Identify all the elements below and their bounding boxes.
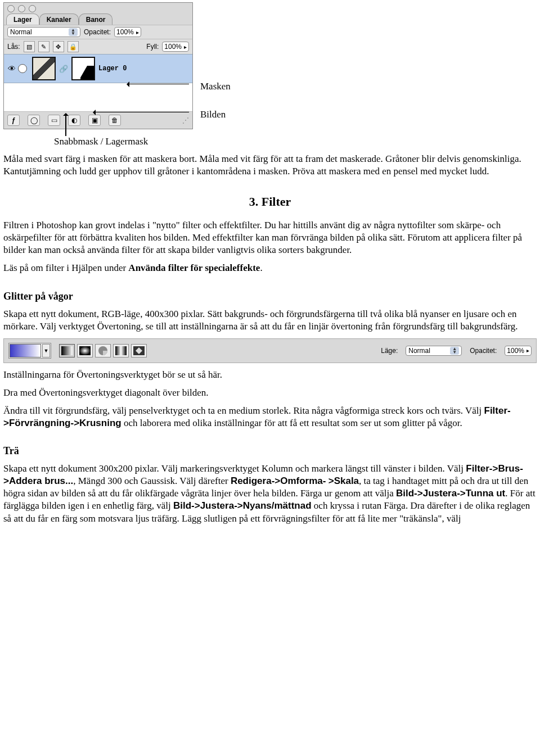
layers-panel: Lager Kanaler Banor Normal ▲▼ Opacitet: … [3,2,193,129]
lock-paint-icon[interactable]: ✎ [38,41,50,52]
body-paragraph: Skapa ett nytt dokument 300x200 pixlar. … [3,463,537,524]
body-paragraph: Måla med svart färg i masken för att mas… [3,153,537,178]
text-run: Läs på om filter i Hjälpen under [3,262,128,273]
fx-icon[interactable]: ƒ [7,115,20,126]
blend-mode-dropdown[interactable]: Normal ▲▼ [7,27,80,37]
gradient-angle-icon[interactable] [95,344,111,357]
text-run: , Mängd 300 och Gaussisk. Välj därefter [73,476,231,486]
body-paragraph: Inställningarna för Övertoningsverktyget… [3,369,537,381]
fill-label: Fyll: [146,43,159,51]
annotation-quickmask: Snabbmask / Lagermask [54,136,195,147]
lock-label: Lås: [7,43,20,51]
menu-path: Bild->Justera->Tunna ut [396,488,505,499]
blend-mode-value: Normal [10,28,32,36]
new-group-icon[interactable]: ▭ [48,115,60,126]
text-bold: Använda filter för specialeffekte [128,262,260,273]
layers-empty-area [4,83,192,111]
gradient-radial-icon[interactable] [77,344,93,357]
gradient-reflected-icon[interactable] [113,344,129,357]
subheading-glitter: Glitter på vågor [3,291,537,302]
menu-path: Bild->Justera->Nyans/mättnad [173,500,312,511]
gradient-type-group [59,344,147,357]
gradient-linear-icon[interactable] [59,344,75,357]
grad-opacity-label: Opacitet: [470,347,497,355]
gradient-picker-dropdown[interactable]: ▼ [42,344,50,357]
gradient-options-bar: ▼ Läge: Normal ▲▼ Opacitet: [3,338,537,363]
body-paragraph: Skapa ett nytt dokument, RGB-läge, 400x3… [3,308,537,333]
grad-mode-value: Normal [408,347,430,355]
text-run: . [260,262,262,273]
visibility-eye-icon[interactable]: 👁 [8,64,16,73]
body-paragraph: Dra med Övertoningsverktyget diagonalt ö… [3,387,537,399]
gradient-preview[interactable] [10,344,41,357]
opacity-label: Opacitet: [84,28,111,36]
text-run: och laborera med olika inställningar för… [122,418,462,428]
tab-lager[interactable]: Lager [6,13,39,25]
new-layer-icon[interactable]: ▣ [88,115,101,126]
grad-opacity-field[interactable]: 100% ▸ [505,346,532,356]
grad-opacity-value: 100% [507,347,524,355]
lock-move-icon[interactable]: ✥ [53,41,64,52]
arrow-left-icon [93,112,189,112]
chevron-right-icon: ▸ [526,347,529,354]
menu-path: Redigera->Omforma- [231,476,326,486]
lock-all-icon[interactable]: 🔒 [68,41,79,52]
quickmask-toggle-icon[interactable] [18,64,27,73]
mask-link-icon[interactable]: 🔗 [59,65,68,73]
layer-mask-thumbnail[interactable] [71,57,95,80]
arrow-up-icon [65,114,66,136]
text-run: Skapa ett nytt dokument 300x200 pixlar. … [3,463,466,474]
resize-grip-icon: ⋰ [182,116,189,124]
body-paragraph: Filtren i Photoshop kan grovt indelas i … [3,219,537,256]
section-heading-filter: 3. Filter [3,194,537,209]
arrow-left-icon [127,84,189,84]
layer-mask-icon[interactable]: ◯ [28,115,40,126]
tab-kanaler[interactable]: Kanaler [39,13,79,25]
fill-field[interactable]: 100% ▸ [162,42,189,52]
opacity-field[interactable]: 100% ▸ [114,27,141,37]
svg-rect-0 [61,346,73,355]
adjustment-layer-icon[interactable]: ◐ [68,115,80,126]
menu-path: >Skala [328,476,359,486]
svg-rect-1 [79,346,91,355]
annotation-image: Bilden [200,109,231,120]
opacity-value: 100% [116,28,134,36]
close-dot-icon[interactable] [7,5,15,12]
layer-thumbnail[interactable] [32,57,56,80]
annotation-mask: Masken [200,81,231,92]
svg-rect-3 [115,346,127,355]
trash-icon[interactable]: 🗑 [109,115,121,126]
grad-mode-dropdown[interactable]: Normal ▲▼ [406,346,462,356]
gradient-diamond-icon[interactable] [131,344,147,357]
tab-banor[interactable]: Banor [79,13,113,25]
window-traffic-lights [4,3,192,12]
zoom-dot-icon[interactable] [29,5,36,12]
body-paragraph: Läs på om filter i Hjälpen under Använda… [3,262,537,274]
stepper-icon: ▲▼ [69,28,78,36]
layer-row[interactable]: 👁 🔗 Lager 0 [4,54,192,83]
chevron-right-icon: ▸ [136,29,139,35]
fill-value: 100% [164,43,182,51]
minimize-dot-icon[interactable] [18,5,25,12]
layer-name-label[interactable]: Lager 0 [98,65,127,73]
text-run: Ändra till vit förgrundsfärg, välj pense… [3,405,484,416]
stepper-icon: ▲▼ [450,347,459,355]
grad-mode-label: Läge: [381,347,398,355]
body-paragraph: Ändra till vit förgrundsfärg, välj pense… [3,405,537,429]
chevron-right-icon: ▸ [184,44,187,50]
subheading-tra: Trä [3,445,537,457]
lock-transparency-icon[interactable]: ▧ [24,41,35,52]
